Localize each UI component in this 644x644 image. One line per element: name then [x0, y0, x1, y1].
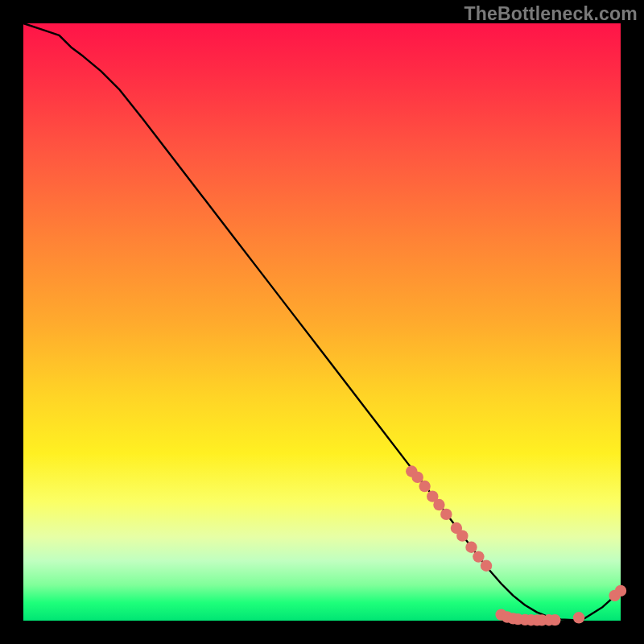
watermark-label: TheBottleneck.com	[464, 3, 638, 25]
plot-background-gradient	[23, 23, 621, 621]
chart-stage: TheBottleneck.com	[0, 0, 644, 644]
